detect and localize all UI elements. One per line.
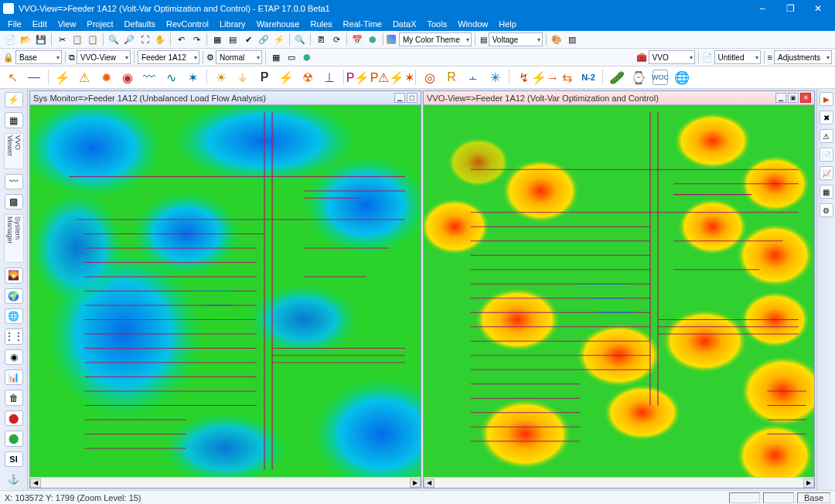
dumpster-icon[interactable]: 🗑 <box>5 390 23 405</box>
legend2-icon[interactable]: ⬤ <box>5 431 23 446</box>
plot-icon[interactable]: 📈 <box>820 166 833 180</box>
report-icon[interactable]: 📄 <box>820 148 833 162</box>
menu-project[interactable]: Project <box>82 18 118 30</box>
right-pane-min-icon[interactable]: ▁ <box>775 93 786 103</box>
opf-icon[interactable]: ⚡✶ <box>394 70 409 85</box>
redo-icon[interactable]: ↷ <box>189 32 203 46</box>
scroll-right-icon[interactable]: ▶ <box>410 478 421 488</box>
star-icon[interactable]: ✶ <box>185 70 200 85</box>
bus-icon[interactable]: — <box>26 70 42 85</box>
pointer-icon[interactable]: ↖ <box>5 70 20 85</box>
system-manager-tab[interactable]: System Manager <box>4 214 24 263</box>
globe-icon[interactable]: 🌐 <box>674 70 690 85</box>
menu-rules[interactable]: Rules <box>305 18 336 30</box>
left-pane-max-icon[interactable]: ▢ <box>407 93 418 103</box>
unbalanced-sc-icon[interactable]: P⚠ <box>372 70 387 85</box>
capacitor-icon[interactable]: ⊥ <box>322 70 337 85</box>
config-dropdown[interactable]: Feeder 1A12 <box>138 50 199 64</box>
check-icon[interactable]: ✔ <box>241 32 255 46</box>
zoomout-icon[interactable]: 🔎 <box>122 32 136 46</box>
cut-icon[interactable]: ✂ <box>55 32 69 46</box>
3d-icon[interactable]: ⬢ <box>300 50 314 64</box>
menu-tools[interactable]: Tools <box>423 18 452 30</box>
right-pane-restore-icon[interactable]: ▣ <box>788 93 799 103</box>
pan-icon[interactable]: ✋ <box>153 32 167 46</box>
undo-icon[interactable]: ↶ <box>174 32 188 46</box>
maximize-button[interactable]: ❐ <box>776 0 804 17</box>
ground-mat-icon[interactable]: ▩ <box>5 194 23 209</box>
contour-palette-icon[interactable]: 🎨 <box>550 32 564 46</box>
zoomfit-icon[interactable]: ⛶ <box>138 32 152 46</box>
phase-icon[interactable]: ◉ <box>5 349 23 365</box>
left-pane-min-icon[interactable]: ▁ <box>394 93 405 103</box>
contour-options-icon[interactable]: ▨ <box>565 32 579 46</box>
motor-icon[interactable]: ◉ <box>120 70 135 85</box>
unbalanced-lf-icon[interactable]: P⚡ <box>350 70 366 85</box>
grid-icon[interactable]: ▦ <box>210 32 224 46</box>
capplacement-icon[interactable]: ⫠ <box>465 70 481 85</box>
p-icon[interactable]: P <box>257 70 272 85</box>
right-pane-canvas[interactable] <box>424 105 814 477</box>
left-pane-canvas[interactable] <box>30 105 421 477</box>
ugs-icon[interactable]: 🌄 <box>5 267 23 283</box>
mode-dropdown[interactable]: Normal <box>216 50 262 64</box>
transient-icon[interactable]: ∿ <box>163 70 179 85</box>
menu-realtime[interactable]: Real-Time <box>339 18 387 30</box>
new-icon[interactable]: 📄 <box>3 32 17 46</box>
scroll-left-icon[interactable]: ◀ <box>30 478 41 488</box>
ground-grid-icon[interactable]: ▦ <box>269 50 283 64</box>
color-theme-dropdown[interactable]: My Color Theme <box>399 32 472 46</box>
si-units-button[interactable]: SI <box>5 451 23 467</box>
menu-defaults[interactable]: Defaults <box>120 18 160 30</box>
reliability-icon[interactable]: R <box>444 70 459 85</box>
substation-icon[interactable]: ▭ <box>285 50 298 64</box>
hazard-icon[interactable]: ☢ <box>300 70 315 85</box>
copy-icon[interactable]: 📋 <box>70 32 84 46</box>
save-icon[interactable]: 💾 <box>34 32 48 46</box>
adjustments-dropdown[interactable]: Adjustments <box>774 50 832 64</box>
study-view-dropdown[interactable]: VVO <box>649 50 695 64</box>
realtime-icon[interactable]: ⌚ <box>631 70 646 85</box>
battery-icon[interactable]: ⚡ <box>278 70 294 85</box>
earth-icon[interactable]: ⏚ <box>235 70 250 85</box>
loadalloc-icon[interactable]: ⚡→ <box>537 70 553 85</box>
pv-icon[interactable]: ☀ <box>213 70 229 85</box>
menu-library[interactable]: Library <box>215 18 250 30</box>
power-calc-icon[interactable]: ⚡ <box>272 32 286 46</box>
arcflash-icon[interactable]: ✹ <box>98 70 114 85</box>
loadflow-icon[interactable]: ⚡ <box>55 70 70 85</box>
right-pane-close-icon[interactable]: ✕ <box>800 93 811 103</box>
open-icon[interactable]: 📂 <box>19 32 32 46</box>
text-icon[interactable]: 🖹 <box>314 32 328 46</box>
calendar-icon[interactable]: 📅 <box>350 32 364 46</box>
contour-type-dropdown[interactable]: Voltage <box>489 32 543 46</box>
shortcircuit-icon[interactable]: ⚠ <box>77 70 92 85</box>
panel-icon[interactable]: ▦ <box>5 112 23 128</box>
options-icon[interactable]: ⚙ <box>820 203 833 217</box>
refresh-icon[interactable]: ⟳ <box>329 32 343 46</box>
halt-icon[interactable]: ✖ <box>820 111 833 124</box>
left-pane-hscroll[interactable]: ◀ ▶ <box>30 477 421 488</box>
menu-window[interactable]: Window <box>453 18 492 30</box>
globe-gis-icon[interactable]: 🌍 <box>5 288 23 304</box>
results-icon[interactable]: ▦ <box>820 185 833 199</box>
menu-warehouse[interactable]: Warehouse <box>252 18 305 30</box>
control-icon[interactable]: 🥒 <box>609 70 625 85</box>
study-case-dropdown[interactable]: Untitled <box>714 50 761 64</box>
close-button[interactable]: ✕ <box>804 0 832 17</box>
legend-icon[interactable]: ⬤ <box>5 410 23 426</box>
harmonic-icon[interactable]: 〰 <box>141 70 157 85</box>
anchor-icon[interactable]: ⚓ <box>5 472 23 487</box>
alert-icon[interactable]: ⚠ <box>820 129 833 143</box>
base-dropdown[interactable]: Base <box>15 50 62 64</box>
n-minus-label[interactable]: N-2 <box>581 70 596 85</box>
menu-view[interactable]: View <box>53 18 81 30</box>
tree-icon[interactable]: ⋮⋮ <box>5 329 23 344</box>
zoomin-icon[interactable]: 🔍 <box>107 32 121 46</box>
cable-icon[interactable]: 〰 <box>5 174 23 189</box>
menu-datax[interactable]: DataX <box>388 18 421 30</box>
optimal-icon[interactable]: ◎ <box>422 70 438 85</box>
scroll-left-icon[interactable]: ◀ <box>424 478 435 488</box>
cube-icon[interactable]: ⬢ <box>366 32 380 46</box>
schedule-icon[interactable]: ▤ <box>226 32 240 46</box>
